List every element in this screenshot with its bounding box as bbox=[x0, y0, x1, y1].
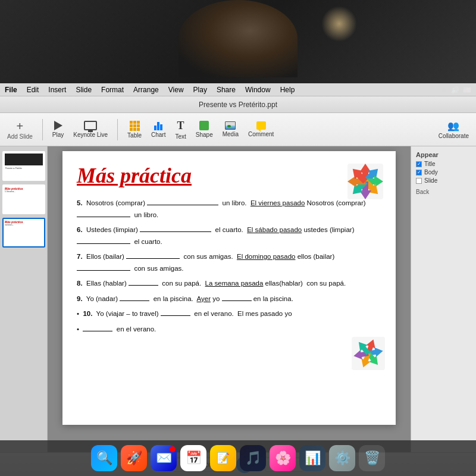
back-section: Back bbox=[416, 189, 471, 195]
exercise-9: 9. Yo (nadar) en la piscina. Ayer yo en … bbox=[77, 293, 381, 305]
shape-button[interactable]: Shape bbox=[196, 121, 213, 138]
blank-9b bbox=[222, 294, 252, 301]
slide-checkbox[interactable] bbox=[416, 178, 422, 184]
appear-title: Appear bbox=[416, 151, 471, 158]
right-panel: Appear ✓ Title ✓ Body Slide Back bbox=[411, 146, 476, 452]
main-area: Presente vs Pretérito Más práctica 5. No… bbox=[0, 146, 476, 452]
body-checkbox[interactable]: ✓ bbox=[416, 170, 422, 176]
dock-item-calendar[interactable]: 📅 bbox=[180, 445, 206, 471]
menu-item-format[interactable]: Format bbox=[101, 86, 124, 94]
menu-item-share[interactable]: Share bbox=[217, 86, 236, 94]
play-icon bbox=[54, 121, 62, 130]
blank-5a bbox=[147, 198, 218, 205]
menu-item-slide[interactable]: Slide bbox=[76, 86, 92, 94]
toolbar-divider-1 bbox=[42, 119, 43, 140]
text-icon: T bbox=[177, 120, 184, 132]
exercise-7: 7. Ellos (bailar) con sus amigas. El dom… bbox=[77, 251, 381, 274]
slide-main-content: Más práctica 5. Nosotros (comprar) un li… bbox=[62, 151, 396, 425]
slide-thumb-2[interactable]: Más práctica 5. Nosotros... bbox=[2, 184, 45, 214]
slide-body: 5. Nosotros (comprar) un libro. El viern… bbox=[77, 198, 381, 335]
blank-6b bbox=[77, 237, 130, 244]
chart-icon bbox=[154, 121, 162, 130]
comment-icon bbox=[256, 121, 266, 130]
checkbox-slide[interactable]: Slide bbox=[416, 177, 471, 184]
slide-thumb-3[interactable]: Más práctica exercises... bbox=[2, 218, 45, 248]
slide-editor[interactable]: Más práctica 5. Nosotros (comprar) un li… bbox=[48, 146, 411, 452]
dock-item-finder[interactable]: 🔍 bbox=[91, 445, 117, 471]
blank-9a bbox=[120, 294, 149, 301]
window-title: Presente vs Pretérito.ppt bbox=[199, 101, 277, 109]
checkbox-title[interactable]: ✓ Title bbox=[416, 161, 471, 167]
toolbar-divider-2 bbox=[117, 119, 118, 140]
exercise-10-cont: • en el verano. bbox=[77, 324, 381, 336]
collaborate-icon: 👥 bbox=[447, 120, 459, 131]
media-icon bbox=[225, 121, 236, 130]
background-image bbox=[0, 0, 476, 83]
slide-decoration-top bbox=[345, 161, 386, 202]
text-button[interactable]: T Text bbox=[175, 120, 186, 140]
dock-item-mail[interactable]: ✉️ bbox=[151, 445, 177, 471]
exercise-8: 8. Ellas (hablar) con su papá. La semana… bbox=[77, 278, 381, 290]
slide-panel[interactable]: Presente vs Pretérito Más práctica 5. No… bbox=[0, 146, 48, 452]
appear-section: Appear ✓ Title ✓ Body Slide bbox=[416, 151, 471, 184]
comment-button[interactable]: Comment bbox=[248, 121, 274, 137]
dock: 🔍 🚀 ✉️ 📅 📝 🎵 🌸 📊 ⚙️ 🗑️ bbox=[0, 440, 476, 476]
slide-title: Más práctica bbox=[77, 163, 381, 188]
chart-button[interactable]: Chart bbox=[151, 121, 165, 138]
table-icon bbox=[130, 121, 140, 131]
media-button[interactable]: Media bbox=[223, 121, 239, 137]
blank-8a bbox=[129, 278, 158, 286]
collaborate-button[interactable]: 👥 Collaborate bbox=[439, 120, 469, 139]
title-bar: Presente vs Pretérito.ppt bbox=[0, 96, 476, 113]
checkbox-body[interactable]: ✓ Body bbox=[416, 169, 471, 176]
menu-item-help[interactable]: Help bbox=[280, 86, 295, 94]
menu-item-play[interactable]: Play bbox=[193, 86, 207, 94]
exercise-10: • 10. Yo (viajar – to travel) en el vera… bbox=[77, 308, 381, 320]
exercise-5: 5. Nosotros (comprar) un libro. El viern… bbox=[77, 198, 381, 221]
slide-thumb-1[interactable]: Presente vs Pretérito bbox=[2, 151, 45, 181]
keynote-live-icon bbox=[84, 121, 97, 130]
toolbar: + Add Slide Play Keynote Live Table bbox=[0, 113, 476, 146]
add-slide-button[interactable]: + Add Slide bbox=[7, 120, 33, 140]
menu-item-window[interactable]: Window bbox=[245, 86, 271, 94]
person-silhouette bbox=[178, 0, 298, 77]
dock-item-music[interactable]: 🎵 bbox=[240, 445, 266, 471]
dock-item-settings[interactable]: ⚙️ bbox=[329, 445, 355, 471]
menu-item-view[interactable]: View bbox=[168, 86, 184, 94]
keynote-live-button[interactable]: Keynote Live bbox=[73, 121, 108, 138]
blank-7b bbox=[77, 264, 130, 271]
shape-icon bbox=[199, 121, 209, 130]
menu-bar: File Edit Insert Slide Format Arrange Vi… bbox=[0, 83, 476, 96]
play-button[interactable]: Play bbox=[52, 121, 64, 138]
dock-item-launchpad[interactable]: 🚀 bbox=[121, 445, 147, 471]
menu-item-insert[interactable]: Insert bbox=[48, 86, 66, 94]
dock-item-keynote[interactable]: 📊 bbox=[299, 445, 325, 471]
back-label[interactable]: Back bbox=[416, 189, 429, 195]
menu-item-arrange[interactable]: Arrange bbox=[133, 86, 159, 94]
slide-decoration-bottom bbox=[350, 336, 386, 371]
dock-item-photos[interactable]: 🌸 bbox=[270, 445, 296, 471]
blank-10a bbox=[161, 309, 190, 316]
dock-item-trash[interactable]: 🗑️ bbox=[359, 445, 385, 471]
blank-7a bbox=[126, 252, 180, 259]
blank-6a bbox=[140, 225, 211, 232]
blank-5b bbox=[77, 210, 130, 217]
dock-item-notes[interactable]: 📝 bbox=[210, 445, 236, 471]
menu-item-file[interactable]: File bbox=[5, 86, 17, 94]
table-button[interactable]: Table bbox=[127, 121, 142, 139]
exercise-6: 6. Ustedes (limpiar) el cuarto. El sábad… bbox=[77, 224, 381, 248]
blank-10b bbox=[83, 324, 112, 331]
title-checkbox[interactable]: ✓ bbox=[416, 161, 422, 167]
keynote-window: Presente vs Pretérito.ppt + Add Slide Pl… bbox=[0, 96, 476, 476]
menu-item-edit[interactable]: Edit bbox=[27, 86, 39, 94]
